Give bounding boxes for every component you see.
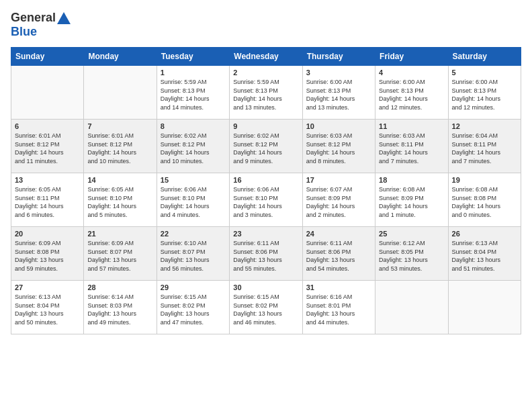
day-number: 16 [233,176,298,184]
calendar-day-cell: 31Sunrise: 6:16 AM Sunset: 8:01 PM Dayli… [302,281,375,334]
day-info: Sunrise: 6:11 AM Sunset: 8:06 PM Dayligh… [306,239,371,273]
calendar-day-cell: 8Sunrise: 6:02 AM Sunset: 8:12 PM Daylig… [157,120,229,173]
day-number: 4 [379,68,444,77]
weekday-header-thursday: Thursday [302,48,375,66]
day-number: 17 [306,176,371,184]
weekday-header-saturday: Saturday [448,48,521,66]
calendar-day-cell: 17Sunrise: 6:07 AM Sunset: 8:09 PM Dayli… [302,173,375,227]
calendar-day-cell: 14Sunrise: 6:05 AM Sunset: 8:10 PM Dayli… [84,173,157,227]
day-number: 15 [161,176,226,184]
day-number: 22 [161,230,226,238]
calendar-day-cell: 3Sunrise: 6:00 AM Sunset: 8:13 PM Daylig… [302,66,375,120]
svg-marker-0 [57,12,71,24]
day-info: Sunrise: 6:04 AM Sunset: 8:11 PM Dayligh… [452,132,517,165]
day-number: 31 [306,283,371,291]
day-number: 19 [452,176,517,184]
calendar-day-cell [84,66,157,120]
day-info: Sunrise: 6:10 AM Sunset: 8:07 PM Dayligh… [161,239,226,273]
day-info: Sunrise: 6:08 AM Sunset: 8:09 PM Dayligh… [379,185,444,219]
page-header: General Blue [11,11,521,39]
calendar-day-cell: 16Sunrise: 6:06 AM Sunset: 8:10 PM Dayli… [230,173,302,227]
day-number: 23 [233,230,298,238]
day-info: Sunrise: 6:02 AM Sunset: 8:12 PM Dayligh… [161,132,226,165]
weekday-header-tuesday: Tuesday [157,48,229,66]
day-number: 18 [379,176,444,184]
calendar-week-row: 1Sunrise: 5:59 AM Sunset: 8:13 PM Daylig… [11,66,521,120]
calendar-week-row: 27Sunrise: 6:13 AM Sunset: 8:04 PM Dayli… [11,281,521,334]
calendar-day-cell: 5Sunrise: 6:00 AM Sunset: 8:13 PM Daylig… [448,66,521,120]
calendar-day-cell: 2Sunrise: 5:59 AM Sunset: 8:13 PM Daylig… [230,66,302,120]
day-info: Sunrise: 6:00 AM Sunset: 8:13 PM Dayligh… [452,78,517,111]
day-info: Sunrise: 6:00 AM Sunset: 8:13 PM Dayligh… [379,78,444,111]
logo-icon [57,12,71,24]
day-info: Sunrise: 6:06 AM Sunset: 8:10 PM Dayligh… [161,185,226,219]
day-info: Sunrise: 6:15 AM Sunset: 8:02 PM Dayligh… [161,293,226,326]
calendar-day-cell: 19Sunrise: 6:08 AM Sunset: 8:08 PM Dayli… [448,173,521,227]
calendar-day-cell: 11Sunrise: 6:03 AM Sunset: 8:11 PM Dayli… [375,120,448,173]
day-number: 6 [15,122,80,130]
calendar-day-cell [375,281,448,334]
day-info: Sunrise: 6:09 AM Sunset: 8:08 PM Dayligh… [15,239,80,273]
day-info: Sunrise: 6:01 AM Sunset: 8:12 PM Dayligh… [15,132,80,165]
day-info: Sunrise: 5:59 AM Sunset: 8:13 PM Dayligh… [161,78,226,111]
calendar-day-cell: 4Sunrise: 6:00 AM Sunset: 8:13 PM Daylig… [375,66,448,120]
day-info: Sunrise: 6:13 AM Sunset: 8:04 PM Dayligh… [15,293,80,326]
day-number: 3 [306,68,371,77]
calendar-day-cell: 18Sunrise: 6:08 AM Sunset: 8:09 PM Dayli… [375,173,448,227]
day-number: 24 [306,230,371,238]
calendar-day-cell: 25Sunrise: 6:12 AM Sunset: 8:05 PM Dayli… [375,227,448,281]
day-info: Sunrise: 6:07 AM Sunset: 8:09 PM Dayligh… [306,185,371,219]
day-number: 26 [452,230,517,238]
day-number: 29 [161,283,226,291]
calendar-day-cell: 12Sunrise: 6:04 AM Sunset: 8:11 PM Dayli… [448,120,521,173]
day-info: Sunrise: 6:12 AM Sunset: 8:05 PM Dayligh… [379,239,444,273]
calendar-day-cell: 1Sunrise: 5:59 AM Sunset: 8:13 PM Daylig… [157,66,229,120]
calendar-day-cell: 15Sunrise: 6:06 AM Sunset: 8:10 PM Dayli… [157,173,229,227]
day-number: 9 [233,122,298,130]
day-number: 11 [379,122,444,130]
day-number: 30 [233,283,298,291]
calendar-day-cell: 10Sunrise: 6:03 AM Sunset: 8:12 PM Dayli… [302,120,375,173]
calendar-day-cell: 28Sunrise: 6:14 AM Sunset: 8:03 PM Dayli… [84,281,157,334]
day-info: Sunrise: 6:06 AM Sunset: 8:10 PM Dayligh… [233,185,298,219]
day-number: 14 [87,176,152,184]
logo-blue-text: Blue [11,25,37,38]
calendar-week-row: 6Sunrise: 6:01 AM Sunset: 8:12 PM Daylig… [11,120,521,173]
day-info: Sunrise: 6:13 AM Sunset: 8:04 PM Dayligh… [452,239,517,273]
calendar-day-cell: 29Sunrise: 6:15 AM Sunset: 8:02 PM Dayli… [157,281,229,334]
day-info: Sunrise: 6:08 AM Sunset: 8:08 PM Dayligh… [452,185,517,219]
day-info: Sunrise: 6:03 AM Sunset: 8:11 PM Dayligh… [379,132,444,165]
day-number: 13 [15,176,80,184]
day-info: Sunrise: 6:02 AM Sunset: 8:12 PM Dayligh… [233,132,298,165]
day-info: Sunrise: 6:09 AM Sunset: 8:07 PM Dayligh… [87,239,152,273]
calendar-day-cell [448,281,521,334]
day-number: 7 [87,122,152,130]
day-number: 10 [306,122,371,130]
weekday-header-monday: Monday [84,48,157,66]
day-info: Sunrise: 6:03 AM Sunset: 8:12 PM Dayligh… [306,132,371,165]
day-number: 25 [379,230,444,238]
weekday-header-row: SundayMondayTuesdayWednesdayThursdayFrid… [11,48,521,66]
day-info: Sunrise: 6:15 AM Sunset: 8:02 PM Dayligh… [233,293,298,326]
calendar-day-cell [11,66,84,120]
weekday-header-friday: Friday [375,48,448,66]
day-number: 20 [15,230,80,238]
day-number: 28 [87,283,152,291]
day-number: 12 [452,122,517,130]
calendar-day-cell: 21Sunrise: 6:09 AM Sunset: 8:07 PM Dayli… [84,227,157,281]
calendar-day-cell: 26Sunrise: 6:13 AM Sunset: 8:04 PM Dayli… [448,227,521,281]
day-info: Sunrise: 6:05 AM Sunset: 8:10 PM Dayligh… [87,185,152,219]
calendar-day-cell: 13Sunrise: 6:05 AM Sunset: 8:11 PM Dayli… [11,173,84,227]
day-number: 2 [233,68,298,77]
day-number: 21 [87,230,152,238]
day-number: 1 [161,68,226,77]
day-number: 27 [15,283,80,291]
day-number: 8 [161,122,226,130]
day-number: 5 [452,68,517,77]
day-info: Sunrise: 5:59 AM Sunset: 8:13 PM Dayligh… [233,78,298,111]
day-info: Sunrise: 6:05 AM Sunset: 8:11 PM Dayligh… [15,185,80,219]
calendar-day-cell: 27Sunrise: 6:13 AM Sunset: 8:04 PM Dayli… [11,281,84,334]
day-info: Sunrise: 6:14 AM Sunset: 8:03 PM Dayligh… [87,293,152,326]
calendar-day-cell: 23Sunrise: 6:11 AM Sunset: 8:06 PM Dayli… [230,227,302,281]
logo: General Blue [11,11,71,39]
